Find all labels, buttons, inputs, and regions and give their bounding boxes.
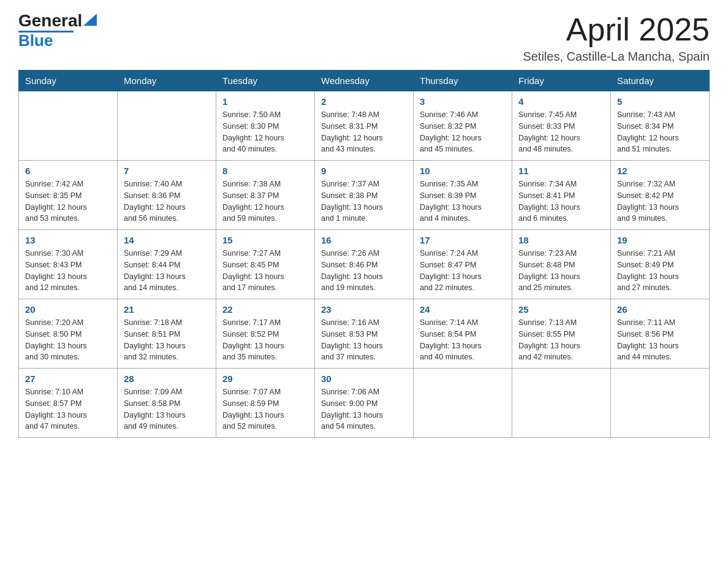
day-info: Sunrise: 7:32 AM Sunset: 8:42 PM Dayligh… [617,178,703,224]
calendar-cell: 19Sunrise: 7:21 AM Sunset: 8:49 PM Dayli… [611,230,710,299]
calendar-cell: 4Sunrise: 7:45 AM Sunset: 8:33 PM Daylig… [512,91,611,161]
calendar-cell [19,91,118,161]
day-number: 23 [321,304,407,315]
day-number: 10 [420,166,506,176]
weekday-header-wednesday: Wednesday [315,71,414,91]
calendar-cell: 16Sunrise: 7:26 AM Sunset: 8:46 PM Dayli… [315,230,414,299]
day-number: 6 [25,166,111,176]
day-info: Sunrise: 7:30 AM Sunset: 8:43 PM Dayligh… [25,248,111,294]
week-row-3: 13Sunrise: 7:30 AM Sunset: 8:43 PM Dayli… [19,230,710,299]
month-year-title: April 2025 [523,12,710,47]
day-number: 11 [518,166,604,176]
day-number: 28 [124,373,210,384]
calendar-cell: 13Sunrise: 7:30 AM Sunset: 8:43 PM Dayli… [19,230,118,299]
calendar-cell: 18Sunrise: 7:23 AM Sunset: 8:48 PM Dayli… [512,230,611,299]
day-number: 12 [617,166,703,176]
calendar-cell [118,91,216,161]
logo-blue-text: Blue [18,33,53,48]
day-info: Sunrise: 7:06 AM Sunset: 9:00 PM Dayligh… [321,386,407,432]
day-info: Sunrise: 7:26 AM Sunset: 8:46 PM Dayligh… [321,248,407,294]
day-info: Sunrise: 7:18 AM Sunset: 8:51 PM Dayligh… [124,317,210,363]
calendar-cell: 26Sunrise: 7:11 AM Sunset: 8:56 PM Dayli… [611,299,710,369]
day-info: Sunrise: 7:50 AM Sunset: 8:30 PM Dayligh… [222,109,308,155]
day-number: 16 [321,235,407,245]
day-number: 3 [420,96,506,107]
calendar-cell: 22Sunrise: 7:17 AM Sunset: 8:52 PM Dayli… [216,299,315,369]
day-info: Sunrise: 7:35 AM Sunset: 8:39 PM Dayligh… [420,178,506,224]
location-subtitle: Setiles, Castille-La Mancha, Spain [523,50,710,64]
week-row-2: 6Sunrise: 7:42 AM Sunset: 8:35 PM Daylig… [19,161,710,230]
calendar-cell: 8Sunrise: 7:38 AM Sunset: 8:37 PM Daylig… [216,161,315,230]
calendar-cell: 15Sunrise: 7:27 AM Sunset: 8:45 PM Dayli… [216,230,315,299]
day-info: Sunrise: 7:20 AM Sunset: 8:50 PM Dayligh… [25,317,111,363]
calendar-cell: 5Sunrise: 7:43 AM Sunset: 8:34 PM Daylig… [611,91,710,161]
calendar-cell: 30Sunrise: 7:06 AM Sunset: 9:00 PM Dayli… [315,369,414,438]
week-row-4: 20Sunrise: 7:20 AM Sunset: 8:50 PM Dayli… [19,299,710,369]
weekday-header-tuesday: Tuesday [216,71,315,91]
day-info: Sunrise: 7:24 AM Sunset: 8:47 PM Dayligh… [420,248,506,294]
title-section: April 2025 Setiles, Castille-La Mancha, … [523,12,710,64]
day-info: Sunrise: 7:23 AM Sunset: 8:48 PM Dayligh… [518,248,604,294]
calendar-cell: 12Sunrise: 7:32 AM Sunset: 8:42 PM Dayli… [611,161,710,230]
day-number: 30 [321,373,407,384]
day-info: Sunrise: 7:45 AM Sunset: 8:33 PM Dayligh… [518,109,604,155]
day-info: Sunrise: 7:42 AM Sunset: 8:35 PM Dayligh… [25,178,111,224]
week-row-1: 1Sunrise: 7:50 AM Sunset: 8:30 PM Daylig… [19,91,710,161]
day-number: 2 [321,96,407,107]
calendar-cell: 3Sunrise: 7:46 AM Sunset: 8:32 PM Daylig… [414,91,512,161]
calendar-cell [414,369,512,438]
day-number: 18 [518,235,604,245]
calendar-cell: 1Sunrise: 7:50 AM Sunset: 8:30 PM Daylig… [216,91,315,161]
day-number: 19 [617,235,703,245]
weekday-header-monday: Monday [118,71,216,91]
day-info: Sunrise: 7:09 AM Sunset: 8:58 PM Dayligh… [124,386,210,432]
calendar-cell: 10Sunrise: 7:35 AM Sunset: 8:39 PM Dayli… [414,161,512,230]
weekday-header-friday: Friday [512,71,611,91]
day-number: 7 [124,166,210,176]
day-info: Sunrise: 7:11 AM Sunset: 8:56 PM Dayligh… [617,317,703,363]
day-number: 4 [518,96,604,107]
day-number: 27 [25,373,111,384]
calendar-cell: 29Sunrise: 7:07 AM Sunset: 8:59 PM Dayli… [216,369,315,438]
logo-triangle-icon [83,13,97,26]
day-info: Sunrise: 7:21 AM Sunset: 8:49 PM Dayligh… [617,248,703,294]
day-number: 20 [25,304,111,315]
day-info: Sunrise: 7:43 AM Sunset: 8:34 PM Dayligh… [617,109,703,155]
day-info: Sunrise: 7:10 AM Sunset: 8:57 PM Dayligh… [25,386,111,432]
weekday-header-row: SundayMondayTuesdayWednesdayThursdayFrid… [19,71,710,91]
day-number: 8 [222,166,308,176]
weekday-header-thursday: Thursday [414,71,512,91]
calendar-cell: 11Sunrise: 7:34 AM Sunset: 8:41 PM Dayli… [512,161,611,230]
calendar-cell [611,369,710,438]
day-info: Sunrise: 7:16 AM Sunset: 8:53 PM Dayligh… [321,317,407,363]
day-number: 13 [25,235,111,245]
calendar-cell: 6Sunrise: 7:42 AM Sunset: 8:35 PM Daylig… [19,161,118,230]
day-number: 22 [222,304,308,315]
day-number: 26 [617,304,703,315]
day-info: Sunrise: 7:17 AM Sunset: 8:52 PM Dayligh… [222,317,308,363]
day-info: Sunrise: 7:40 AM Sunset: 8:36 PM Dayligh… [124,178,210,224]
day-number: 17 [420,235,506,245]
day-number: 24 [420,304,506,315]
day-number: 14 [124,235,210,245]
day-info: Sunrise: 7:38 AM Sunset: 8:37 PM Dayligh… [222,178,308,224]
calendar-table: SundayMondayTuesdayWednesdayThursdayFrid… [18,70,710,438]
day-info: Sunrise: 7:14 AM Sunset: 8:54 PM Dayligh… [420,317,506,363]
svg-marker-0 [83,13,97,26]
calendar-cell: 27Sunrise: 7:10 AM Sunset: 8:57 PM Dayli… [19,369,118,438]
weekday-header-sunday: Sunday [19,71,118,91]
day-number: 29 [222,373,308,384]
logo: General Blue [18,12,97,48]
day-info: Sunrise: 7:37 AM Sunset: 8:38 PM Dayligh… [321,178,407,224]
calendar-cell: 28Sunrise: 7:09 AM Sunset: 8:58 PM Dayli… [118,369,216,438]
calendar-cell: 20Sunrise: 7:20 AM Sunset: 8:50 PM Dayli… [19,299,118,369]
calendar-cell: 14Sunrise: 7:29 AM Sunset: 8:44 PM Dayli… [118,230,216,299]
weekday-header-saturday: Saturday [611,71,710,91]
day-number: 9 [321,166,407,176]
day-info: Sunrise: 7:46 AM Sunset: 8:32 PM Dayligh… [420,109,506,155]
calendar-cell: 7Sunrise: 7:40 AM Sunset: 8:36 PM Daylig… [118,161,216,230]
day-info: Sunrise: 7:48 AM Sunset: 8:31 PM Dayligh… [321,109,407,155]
logo-general-text: General [18,12,82,29]
day-number: 15 [222,235,308,245]
week-row-5: 27Sunrise: 7:10 AM Sunset: 8:57 PM Dayli… [19,369,710,438]
